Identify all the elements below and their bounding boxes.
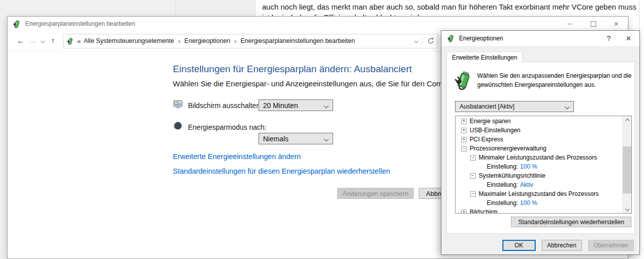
window-title: Energiesparplaneinstellungen bearbeiten <box>25 20 135 27</box>
forward-button[interactable]: → <box>27 36 39 45</box>
chevron-down-icon <box>324 137 329 142</box>
forum-text-line: auch noch liegt, das merkt man aber auch… <box>262 3 636 11</box>
setting-label-sleep: Energiesparmodus nach: <box>188 123 267 131</box>
chevron-up-icon <box>625 118 629 122</box>
page-title: Einstellungen für Energiesparplan ändern… <box>173 64 412 75</box>
setting-value[interactable]: Aktiv <box>520 181 533 188</box>
dialog-title: Energieoptionen <box>459 35 503 42</box>
tree-item-bildschirm[interactable]: + Bildschirm <box>456 208 623 214</box>
battery-plug-icon <box>454 69 474 91</box>
restore-defaults-link[interactable]: Standardeinstellungen für diesen Energie… <box>173 167 390 175</box>
tree-setting-min-leistung[interactable]: Einstellung: 100 % <box>456 162 623 171</box>
title-bar: Energiesparplaneinstellungen bearbeiten … <box>8 17 628 31</box>
setting-value[interactable]: 100 % <box>520 199 537 206</box>
close-icon: × <box>614 20 619 28</box>
scroll-down-button[interactable] <box>623 204 631 213</box>
maximize-icon <box>591 21 596 27</box>
tree-item-energie-sparen[interactable]: + Energie sparen <box>456 117 623 126</box>
cancel-button[interactable]: Abbrechen <box>542 240 582 251</box>
collapse-icon[interactable]: − <box>470 191 476 197</box>
tree-item-pci-express[interactable]: + PCI Express <box>456 135 623 144</box>
power-plan-icon <box>13 20 21 28</box>
power-plan-icon <box>67 37 74 45</box>
address-bar[interactable]: « Alle Systemsteuerungselemente › Energi… <box>63 34 438 48</box>
refresh-icon[interactable] <box>427 37 434 44</box>
close-button[interactable]: × <box>605 17 628 31</box>
scroll-up-button[interactable] <box>623 116 631 125</box>
display-off-select[interactable]: 20 Minuten <box>259 99 333 111</box>
apply-button[interactable]: Übernehmen <box>588 240 634 251</box>
sleep-value: Niemals <box>263 135 289 143</box>
chevron-down-icon <box>41 39 45 43</box>
display-off-value: 20 Minuten <box>263 101 298 110</box>
browser-scrollbar-edge <box>639 0 639 30</box>
tree-item-usb[interactable]: + USB-Einstellungen <box>456 126 623 135</box>
display-clock-icon <box>173 99 183 109</box>
advanced-settings-link[interactable]: Erweiterte Energieeinstellungen ändern <box>173 152 301 161</box>
setting-label-display-off: Bildschirm ausschalten: <box>188 101 262 110</box>
tree-item-label: Bildschirm <box>470 209 497 214</box>
tree-item-label: Energie sparen <box>470 118 510 125</box>
expand-icon[interactable]: + <box>461 137 467 142</box>
moon-icon <box>173 121 183 131</box>
breadcrumb-separator[interactable]: › <box>230 37 240 45</box>
scrollbar-thumb[interactable] <box>623 146 631 193</box>
power-plan-value: Ausbalanciert [Aktiv] <box>460 103 514 110</box>
setting-prefix: Einstellung: <box>487 181 518 188</box>
ok-button[interactable]: OK <box>502 240 536 251</box>
scrollbar[interactable] <box>622 116 631 213</box>
breadcrumb-item-power-options[interactable]: Energieoptionen <box>184 37 230 44</box>
tree-setting-max-leistung[interactable]: Einstellung: 100 % <box>456 198 623 208</box>
setting-prefix: Einstellung: <box>487 163 518 170</box>
tree-setting-kuehlung[interactable]: Einstellung: Aktiv <box>456 180 623 189</box>
help-button[interactable]: ? <box>600 31 617 46</box>
save-changes-button[interactable]: Änderungen speichern <box>337 188 414 199</box>
tree-item-label: Minimaler Leistungszustand des Prozessor… <box>479 154 597 161</box>
sleep-select[interactable]: Niemals <box>259 133 333 144</box>
dialog-description: Wählen Sie den anzupassenden Energiespar… <box>477 71 636 89</box>
tree-item-label: Maximaler Leistungszustand des Prozessor… <box>479 190 599 197</box>
recent-pages-button[interactable] <box>39 39 47 42</box>
up-button[interactable]: ↑ <box>47 36 59 45</box>
power-options-dialog: Energieoptionen ? × Erweiterte Einstellu… <box>441 30 640 255</box>
dialog-title-bar: Energieoptionen ? × <box>441 31 639 46</box>
collapse-icon[interactable]: − <box>470 155 476 161</box>
minimize-icon <box>567 24 572 24</box>
expand-icon[interactable]: + <box>461 128 467 133</box>
collapse-icon[interactable]: − <box>461 146 467 151</box>
tree-rows: + Energie sparen + USB-Einstellungen + P… <box>456 117 623 214</box>
expand-icon[interactable]: + <box>461 210 467 214</box>
back-button[interactable]: ← <box>15 36 27 45</box>
chevron-down-icon <box>625 206 629 211</box>
tree-item-kuehlung[interactable]: − Systemkühlungsrichtlinie <box>456 171 623 180</box>
tab-advanced-settings[interactable]: Erweiterte Einstellungen <box>446 51 523 63</box>
tree-item-max-leistung[interactable]: − Maximaler Leistungszustand des Prozess… <box>456 189 623 198</box>
breadcrumb-item-edit-plan[interactable]: Energiesparplaneinstellungen bearbeiten <box>240 37 355 44</box>
tree-item-label: Prozessorenergieverwaltung <box>470 145 546 152</box>
setting-value[interactable]: 100 % <box>520 163 537 170</box>
restore-defaults-button[interactable]: Standardeinstellungen wiederherstellen <box>511 217 631 227</box>
dialog-button-row: OK Abbrechen Übernehmen <box>502 240 634 251</box>
dialog-close-button[interactable]: × <box>617 31 639 46</box>
breadcrumb-separator[interactable]: › <box>174 37 184 45</box>
setting-prefix: Einstellung: <box>487 199 518 206</box>
power-plan-select[interactable]: Ausbalanciert [Aktiv] <box>455 101 574 112</box>
advanced-settings-tree: + Energie sparen + USB-Einstellungen + P… <box>455 116 632 214</box>
tab-panel: Wählen Sie den anzupassenden Energiespar… <box>446 62 635 234</box>
minimize-button[interactable] <box>558 17 582 31</box>
tree-item-label: Systemkühlungsrichtlinie <box>479 172 545 179</box>
power-plan-icon <box>447 34 455 42</box>
tree-item-min-leistung[interactable]: − Minimaler Leistungszustand des Prozess… <box>456 153 623 162</box>
collapse-icon[interactable]: − <box>470 173 476 179</box>
tree-item-label: PCI Express <box>470 136 503 143</box>
address-dropdown-chevron-icon[interactable] <box>414 39 418 43</box>
divider <box>422 37 423 45</box>
chevron-down-icon <box>565 105 570 110</box>
tree-item-label: USB-Einstellungen <box>470 127 521 134</box>
chevron-down-icon <box>324 103 329 109</box>
expand-icon[interactable]: + <box>461 119 467 124</box>
maximize-button[interactable] <box>582 17 605 31</box>
breadcrumb-item-control-panel[interactable]: Alle Systemsteuerungselemente <box>84 37 174 44</box>
breadcrumb-overflow-chevron[interactable]: « <box>77 37 81 45</box>
tree-item-prozessor[interactable]: − Prozessorenergieverwaltung <box>456 144 623 153</box>
